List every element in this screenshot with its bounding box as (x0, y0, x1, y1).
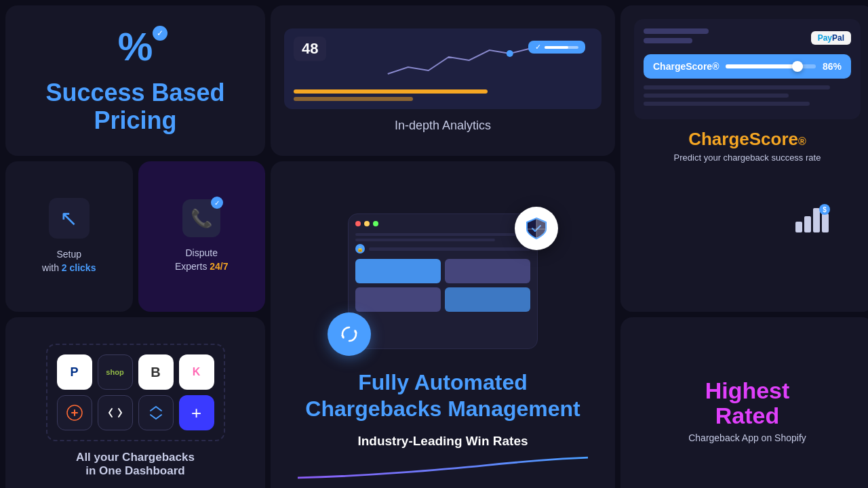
dashboard-card: P shop B K + All your Chargebacks in One… (5, 317, 265, 488)
shield-bubble (515, 207, 558, 250)
highest-rated-subtitle: Chargeback App on Shopify (688, 432, 806, 443)
roi-chart-icon: $ (795, 205, 829, 232)
chargescore-description: Predict your chargeback success rate (674, 152, 821, 163)
winrates-section: Industry-Leading Win Rates (284, 422, 601, 484)
dashboard-label: All your Chargebacks in One Dashboard (76, 451, 195, 478)
arr-integration-icon (98, 395, 133, 430)
setup-label: Setup with 2 clicks (42, 248, 96, 274)
paypal-integration-icon: P (57, 354, 92, 390)
dispute-checkmark-icon: ✓ (211, 197, 223, 209)
dispute-label: Dispute Experts 24/7 (175, 247, 229, 273)
checkmark-icon: ✓ (153, 26, 167, 41)
paypal-badge: PayPal (811, 31, 851, 45)
automation-illustration: 🔒 (328, 200, 558, 363)
browser-mockup: 🔒 (348, 214, 538, 349)
highest-rated-card: Highest Rated Chargeback App on Shopify (620, 317, 868, 488)
setup-dispute-container: ↖ Setup with 2 clicks 📞 ✓ Dispute Expert… (5, 161, 265, 312)
chargescore-lines (644, 85, 851, 106)
shield-icon (524, 216, 549, 241)
chargescore-widget: PayPal ChargeScore® 86% (634, 19, 861, 119)
automated-card: 🔒 (271, 161, 615, 488)
automated-title: Fully Automated Chargebacks Management (305, 369, 580, 422)
pricing-card: % ✓ Success Based Pricing (5, 5, 265, 156)
phone-icon-container: 📞 ✓ (182, 199, 220, 237)
chargescore-card: PayPal ChargeScore® 86% ChargeScore® Pre… (620, 5, 868, 312)
f-icon (66, 405, 83, 421)
analytics-progress-badge: ✓ (528, 41, 585, 54)
shopify-integration-icon: shop (98, 354, 133, 390)
integrations-grid: P shop B K + (46, 344, 225, 441)
winrates-title: Industry-Leading Win Rates (357, 434, 528, 449)
analytics-label: In-depth Analytics (395, 119, 491, 133)
highest-rated-title: Highest Rated (705, 378, 790, 429)
winrates-chart (298, 451, 588, 484)
setup-icon-container: ↖ (49, 198, 90, 239)
percent-symbol: % (118, 24, 153, 68)
arrows-integration-icon (138, 395, 174, 430)
f-integration-icon (57, 395, 92, 430)
sync-icon-bubble (328, 312, 371, 356)
phone-icon: 📞 (191, 208, 212, 229)
sync-icon (338, 323, 360, 345)
setup-card: ↖ Setup with 2 clicks (5, 161, 133, 312)
bold-integration-icon: B (138, 354, 174, 390)
analytics-card: 48 ✓ In-depth Analytics (271, 5, 615, 156)
chargescore-bar: ChargeScore® 86% (644, 54, 851, 79)
klarna-integration-icon: K (179, 354, 214, 390)
dispute-card: 📞 ✓ Dispute Experts 24/7 (138, 161, 266, 312)
chargescore-title: ChargeScore® (688, 129, 806, 150)
svg-point-0 (507, 50, 513, 57)
bracket-icon (106, 404, 124, 422)
arrows-icon (147, 404, 165, 422)
pricing-title: Success Based Pricing (45, 79, 224, 135)
plus-integration-icon[interactable]: + (179, 395, 214, 430)
analytics-number: 48 (294, 37, 326, 61)
cursor-icon: ↖ (60, 205, 78, 231)
